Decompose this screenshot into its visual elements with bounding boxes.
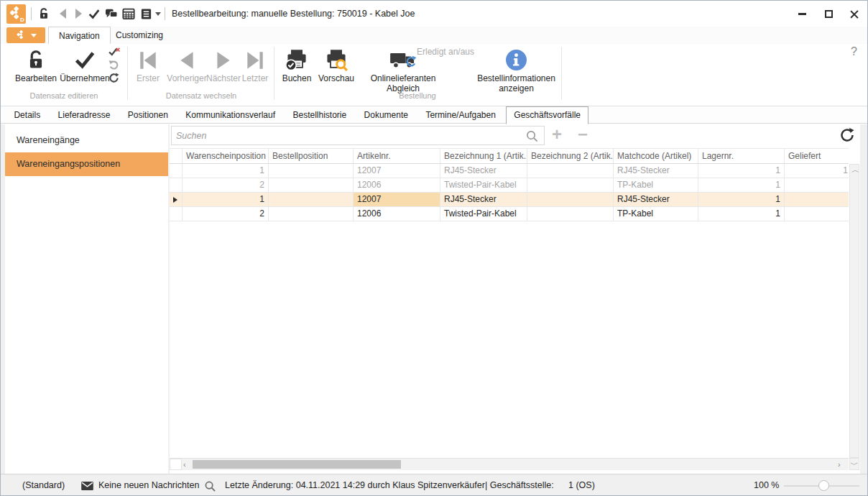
confirm-cancel-icon[interactable] [108, 47, 121, 56]
erledigt-toggle-button[interactable]: Erledigt an/aus [416, 44, 475, 57]
messages-label[interactable]: Keine neuen Nachrichten [98, 474, 199, 496]
cell-bestellposition[interactable] [269, 164, 354, 178]
cell-geliefert[interactable] [785, 178, 849, 193]
vorschau-button[interactable]: Vorschau [314, 45, 359, 83]
cell-artikelnr[interactable]: 12006 [354, 178, 440, 193]
bestellinformationen-button[interactable]: Bestellinformationen anzeigen [471, 45, 561, 93]
notes-icon[interactable] [139, 6, 153, 21]
maximize-button[interactable] [818, 6, 839, 21]
tab-positionen[interactable]: Positionen [121, 107, 175, 124]
divider [31, 7, 32, 20]
cell-warenscheinposition[interactable]: 2 [183, 207, 269, 221]
cell-warenscheinposition[interactable]: 2 [183, 178, 269, 193]
tab-bestellhistorie[interactable]: Bestellhistorie [285, 107, 354, 124]
uebernehmen-button[interactable]: Übernehmen [60, 45, 110, 83]
minimize-button[interactable] [791, 6, 813, 21]
cell-bezeichnung2[interactable] [527, 178, 614, 193]
tab-navigation[interactable]: Navigation [48, 27, 111, 44]
header-artikelnr[interactable]: Artikelnr. [354, 148, 440, 164]
last-record-button[interactable]: Letzter [239, 45, 271, 83]
close-button[interactable] [843, 6, 864, 21]
cell-bestellposition[interactable] [269, 193, 354, 207]
header-geliefert[interactable]: Geliefert [785, 148, 849, 164]
table-row[interactable]: 2 12006 Twisted-Pair-Kabel TP-Kabel 1 [170, 207, 849, 221]
table-row[interactable]: 2 12006 Twisted-Pair-Kabel TP-Kabel 1 [170, 178, 849, 193]
apply-check-icon[interactable] [87, 6, 101, 21]
feedback-icon[interactable] [104, 6, 119, 21]
cell-lagernr[interactable]: 1 [698, 193, 785, 207]
cell-bestellposition[interactable] [269, 178, 354, 193]
header-warenscheinposition[interactable]: Warenscheinposition [183, 148, 269, 164]
next-record-button[interactable]: Nächster [203, 45, 244, 83]
header-bestellposition[interactable]: Bestellposition [269, 148, 354, 164]
header-bezeichnung1[interactable]: Bezeichnung 1 (Artik... [440, 148, 527, 164]
cell-geliefert[interactable]: 1 [785, 164, 849, 178]
table-row-selected[interactable]: 1 12007 RJ45-Stecker RJ45-Stecker 1 [170, 193, 849, 207]
tab-dokumente[interactable]: Dokumente [357, 107, 415, 124]
refresh-grid-button[interactable] [839, 127, 855, 143]
table-row[interactable]: 1 12007 RJ45-Stecker RJ45-Stecker 1 1 [170, 164, 849, 178]
qat-dropdown-icon[interactable] [153, 6, 163, 21]
cell-warenscheinposition[interactable]: 1 [183, 164, 269, 178]
sidebar-item-wareneingaenge[interactable]: Wareneingänge [5, 129, 168, 152]
cell-lagernr[interactable]: 1 [698, 164, 785, 178]
sidebar-item-wareneingangspositionen[interactable]: Wareneingangspositionen [5, 152, 168, 176]
horizontal-scrollbar[interactable]: ‹ › [170, 458, 849, 470]
first-record-button[interactable]: Erster [133, 45, 163, 83]
row-indicator [170, 178, 183, 193]
prev-record-button[interactable]: Vorheriger [165, 45, 209, 83]
cell-bezeichnung1[interactable]: Twisted-Pair-Kabel [440, 207, 527, 221]
cell-matchcode[interactable]: TP-Kabel [614, 207, 698, 221]
bearbeiten-button[interactable]: Bearbeiten [12, 45, 60, 83]
vertical-scrollbar[interactable]: ︿ [849, 164, 859, 458]
scroll-up-icon[interactable]: ︿ [851, 166, 859, 173]
tab-termine-aufgaben[interactable]: Termine/Aufgaben [418, 107, 502, 124]
search-input[interactable] [176, 127, 521, 144]
cell-matchcode[interactable]: TP-Kabel [614, 178, 698, 193]
tab-lieferadresse[interactable]: Lieferadresse [51, 107, 118, 124]
forward-icon[interactable] [71, 6, 86, 21]
cell-bezeichnung1[interactable]: Twisted-Pair-Kabel [440, 178, 527, 193]
scroll-left-icon[interactable]: ‹ [183, 461, 186, 468]
cell-geliefert[interactable] [785, 207, 849, 221]
horizontal-scroll-thumb[interactable] [193, 460, 401, 469]
cell-bezeichnung2[interactable] [527, 207, 614, 221]
app-menu-button[interactable] [6, 27, 45, 43]
refresh-record-icon[interactable] [108, 73, 121, 83]
cell-artikelnr[interactable]: 12006 [354, 207, 440, 221]
cell-artikelnr[interactable]: 12007 [354, 164, 440, 178]
tab-kommunikationsverlauf[interactable]: Kommunikationsverlauf [178, 107, 282, 124]
content-area: Wareneingänge Wareneingangspositionen + … [1, 124, 867, 474]
cell-bezeichnung2[interactable] [527, 164, 614, 178]
zoom-slider-thumb[interactable] [818, 480, 829, 491]
cell-lagernr[interactable]: 1 [698, 178, 785, 193]
add-row-button[interactable]: + [552, 124, 562, 146]
back-icon[interactable] [55, 6, 70, 21]
tab-details[interactable]: Details [6, 107, 47, 124]
cell-bezeichnung1[interactable]: RJ45-Stecker [440, 164, 527, 178]
edit-lock-icon [25, 45, 47, 71]
cell-artikelnr-focused[interactable]: 12007 [354, 193, 440, 207]
cell-bestellposition[interactable] [269, 207, 354, 221]
cell-lagernr[interactable]: 1 [698, 207, 785, 221]
cell-bezeichnung2[interactable] [527, 193, 614, 207]
cell-matchcode[interactable]: RJ45-Stecker [614, 193, 698, 207]
buchen-button[interactable]: Buchen [280, 45, 314, 83]
cell-warenscheinposition[interactable]: 1 [183, 193, 269, 207]
help-button[interactable]: ? [851, 45, 857, 58]
lock-icon[interactable] [37, 6, 51, 21]
calendar-icon[interactable] [121, 6, 136, 21]
undo-icon[interactable] [108, 59, 121, 70]
cell-matchcode[interactable]: RJ45-Stecker [614, 164, 698, 178]
tab-customizing[interactable]: Customizing [106, 27, 173, 44]
remove-row-button[interactable]: − [578, 124, 588, 146]
cell-geliefert[interactable] [785, 193, 849, 207]
status-search-icon[interactable] [205, 474, 216, 496]
header-bezeichnung2[interactable]: Bezeichnung 2 (Artik... [527, 148, 614, 164]
cell-bezeichnung1[interactable]: RJ45-Stecker [440, 193, 527, 207]
tab-geschaeftsvorfaelle[interactable]: Geschäftsvorfälle [506, 106, 588, 124]
header-lagernr[interactable]: Lagernr. [698, 148, 785, 164]
scroll-down-button[interactable]: ﹀ [849, 458, 859, 470]
scroll-right-icon[interactable]: › [838, 461, 841, 468]
header-matchcode[interactable]: Matchcode (Artikel) [614, 148, 698, 164]
